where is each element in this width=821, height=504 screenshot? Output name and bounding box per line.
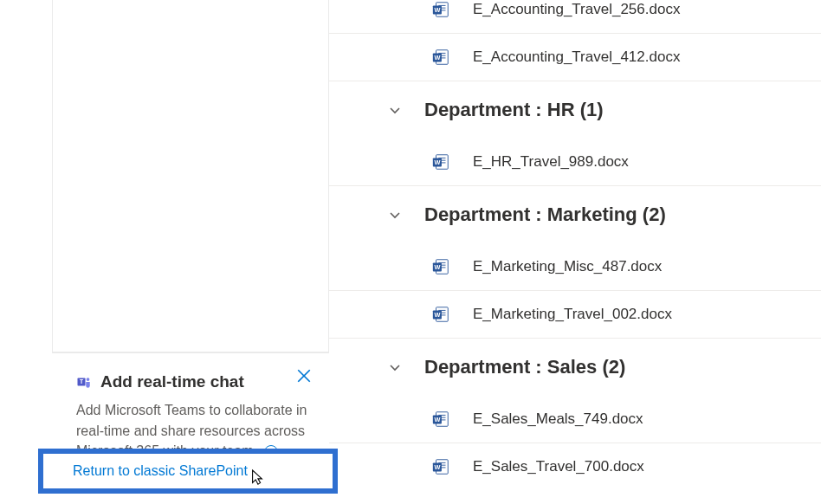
file-name: E_Accounting_Travel_256.docx [473,1,680,18]
file-name: E_Sales_Travel_700.docx [473,458,644,475]
svg-text:W: W [434,54,440,61]
svg-text:W: W [434,311,440,319]
svg-text:W: W [434,263,440,271]
file-name: E_Marketing_Misc_487.docx [473,258,662,275]
file-row[interactable]: WE_Sales_Travel_700.docx [329,443,821,490]
word-icon: W [431,0,450,19]
svg-text:W: W [434,158,440,166]
word-icon: W [431,152,450,171]
svg-text:W: W [434,6,440,14]
chevron-down-icon[interactable] [386,206,404,223]
word-icon: W [431,305,450,324]
group-label: Department : Sales (2) [424,356,625,378]
file-name: E_HR_Travel_989.docx [473,153,629,171]
file-name: E_Sales_Meals_749.docx [473,410,643,428]
group-label: Department : HR (1) [424,99,604,121]
promo-title: Add real-time chat [100,372,244,391]
svg-text:W: W [434,463,440,471]
svg-point-4 [87,378,90,382]
close-icon[interactable] [294,367,314,386]
word-icon: W [431,48,450,67]
file-row[interactable]: WE_Marketing_Travel_002.docx [329,291,821,339]
file-row[interactable]: WE_Marketing_Misc_487.docx [329,243,821,291]
file-row[interactable]: WE_HR_Travel_989.docx [329,139,821,186]
file-name: E_Accounting_Travel_412.docx [473,48,680,66]
group-header[interactable]: Department : HR (1) [329,81,821,139]
svg-text:W: W [434,416,440,423]
document-list: WE_Accounting_Travel_256.docxWE_Accounti… [329,0,821,504]
group-header[interactable]: Department : Sales (2) [329,339,821,396]
file-row[interactable]: WE_Accounting_Travel_412.docx [329,34,821,81]
file-name: E_Marketing_Travel_002.docx [473,306,672,323]
group-label: Department : Marketing (2) [424,204,666,226]
word-icon: W [431,457,450,476]
sidebar-empty-area [52,0,329,352]
teams-icon: T [76,374,92,390]
file-row[interactable]: WE_Accounting_Travel_256.docx [329,0,821,34]
chevron-down-icon[interactable] [386,359,404,376]
classic-sharepoint-highlight: Return to classic SharePoint [38,449,338,494]
cursor-icon [249,468,265,492]
chevron-down-icon[interactable] [386,101,404,119]
group-header[interactable]: Department : Marketing (2) [329,186,821,243]
return-classic-link[interactable]: Return to classic SharePoint [73,463,248,479]
word-icon: W [431,410,450,429]
word-icon: W [431,257,450,276]
file-row[interactable]: WE_Sales_Meals_749.docx [329,396,821,443]
